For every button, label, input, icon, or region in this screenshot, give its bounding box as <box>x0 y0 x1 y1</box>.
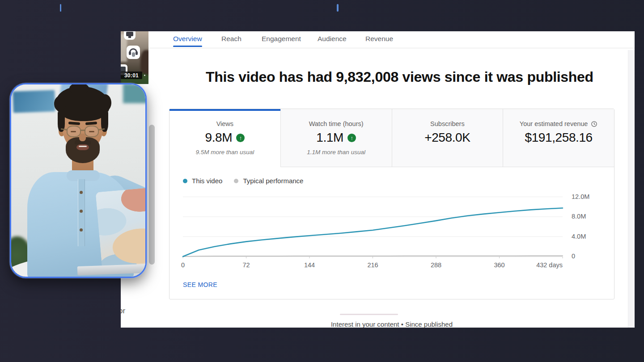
metric-card-views[interactable]: Views 9.8M ↑ 9.5M more than usual <box>169 109 280 167</box>
presenter-mouth <box>76 144 89 150</box>
tab-revenue[interactable]: Revenue <box>365 35 393 43</box>
metric-value: 9.8M <box>205 130 233 145</box>
x-tick-label: 288 <box>431 261 441 269</box>
cursor-tick-right <box>337 4 339 12</box>
section-divider <box>340 314 398 315</box>
x-tick-label: 144 <box>304 261 315 269</box>
overview-card: Views 9.8M ↑ 9.5M more than usual Watch … <box>169 109 614 299</box>
left-scrollbar-thumb[interactable] <box>149 125 155 265</box>
y-axis-labels: 12.0M8.0M4.0M0 <box>572 192 612 260</box>
tab-engagement[interactable]: Engagement <box>262 35 301 43</box>
right-scrollbar-track[interactable] <box>628 50 635 328</box>
metric-strip: Views 9.8M ↑ 9.5M more than usual Watch … <box>169 109 614 167</box>
metric-card-watch-time[interactable]: Watch time (hours) 1.1M ↑ 1.1M more than… <box>280 109 392 167</box>
x-tick-label: 432 days <box>536 261 563 269</box>
chart-plot[interactable] <box>183 192 563 260</box>
glasses-bridge <box>80 130 85 131</box>
duration-badge: 30:01 <box>121 72 142 79</box>
metric-subtext: 9.5M more than usual <box>169 149 280 156</box>
duration-dot <box>144 75 145 76</box>
presenter-video[interactable] <box>10 83 147 278</box>
youtube-studio-panel: 30:01 Overview Reach Engagement Audience… <box>121 31 635 328</box>
chart-legend: This video Typical performance <box>183 177 303 185</box>
x-tick-label: 0 <box>181 261 185 269</box>
metric-label: Views <box>169 120 280 127</box>
legend-typical-performance: Typical performance <box>234 177 303 185</box>
x-axis-labels: 072144216288360432 days <box>183 261 563 270</box>
x-tick-label: 360 <box>494 261 504 269</box>
cursor-tick-left <box>60 4 61 12</box>
shirt-button <box>80 191 83 194</box>
analytics-tab-bar: Overview Reach Engagement Audience Reven… <box>121 31 635 48</box>
presenter-eye <box>89 131 94 132</box>
metric-value: $191,258.16 <box>525 130 592 145</box>
next-section-title: Interest in your content • Since publish… <box>169 320 614 328</box>
metric-card-subscribers[interactable]: Subscribers +258.0K <box>392 109 503 167</box>
tab-bar-divider <box>148 48 635 48</box>
clipped-text-left: or <box>121 307 125 316</box>
hair-curl <box>99 94 111 111</box>
metric-subtext: 1.1M more than usual <box>281 149 392 156</box>
see-more-link[interactable]: SEE MORE <box>183 281 217 288</box>
wall-art-left <box>13 90 55 113</box>
shirt-button <box>80 228 83 232</box>
legend-dot-gray <box>234 179 238 183</box>
shirt-placket <box>78 179 85 246</box>
trend-up-icon: ↑ <box>347 134 356 142</box>
tab-overview[interactable]: Overview <box>173 35 202 43</box>
x-tick-label: 72 <box>242 261 250 269</box>
shirt-button <box>80 210 83 213</box>
y-tick-label: 8.0M <box>572 213 586 220</box>
presenter-nose <box>79 134 86 141</box>
metric-label: Subscribers <box>392 120 503 127</box>
presenter-eye <box>71 131 76 132</box>
clock-icon <box>591 121 597 127</box>
page-title: This video has had 9,832,008 views since… <box>206 69 593 85</box>
y-tick-label: 12.0M <box>572 193 589 200</box>
metric-value: 1.1M <box>316 130 343 145</box>
metric-value: +258.0K <box>424 130 470 145</box>
tab-audience[interactable]: Audience <box>318 35 347 43</box>
y-tick-label: 4.0M <box>572 233 586 240</box>
metric-label: Your estimated revenue <box>520 120 588 127</box>
legend-this-video: This video <box>183 177 222 185</box>
metric-label: Watch time (hours) <box>281 120 392 127</box>
laptop-lid <box>95 188 147 272</box>
hair-curl <box>54 96 66 111</box>
trend-up-icon: ↑ <box>236 134 245 142</box>
tab-reach[interactable]: Reach <box>221 35 242 43</box>
screen: 30:01 Overview Reach Engagement Audience… <box>0 0 644 362</box>
y-tick-label: 0 <box>572 253 575 260</box>
hair-curl <box>69 83 89 94</box>
metric-card-revenue[interactable]: Your estimated revenue $191,258.16 <box>503 109 614 167</box>
x-tick-label: 216 <box>367 261 378 269</box>
legend-dot-blue <box>183 179 187 183</box>
